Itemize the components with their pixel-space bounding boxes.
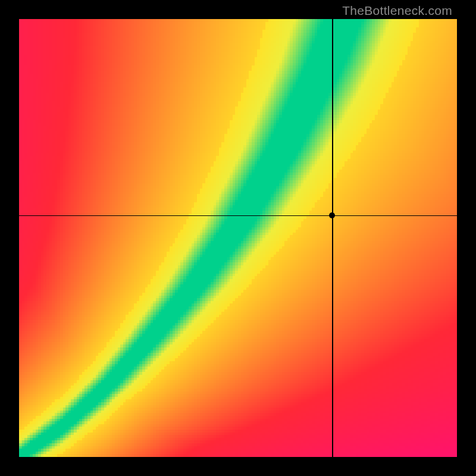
watermark-text: TheBottleneck.com (342, 4, 452, 18)
crosshair-vertical (332, 19, 333, 457)
selection-marker (329, 212, 335, 218)
plot-area (19, 19, 457, 457)
crosshair-horizontal (19, 215, 457, 217)
bottleneck-heatmap (19, 19, 457, 457)
chart-frame: TheBottleneck.com (0, 0, 476, 476)
